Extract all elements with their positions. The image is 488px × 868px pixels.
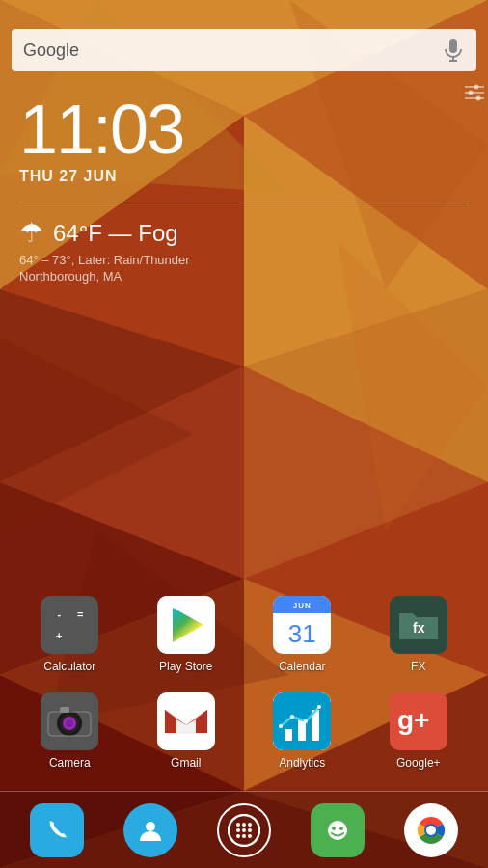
app-fx[interactable]: fx FX	[366, 586, 472, 683]
dock	[0, 791, 488, 868]
weather-location: Northborough, MA	[19, 269, 469, 284]
svg-rect-41	[60, 707, 69, 713]
svg-point-48	[290, 715, 294, 719]
svg-text:g+: g+	[397, 705, 429, 735]
dock-phone[interactable]	[30, 803, 84, 857]
clock-widget: 11:03 THU 27 JUN	[0, 71, 488, 185]
svg-point-58	[248, 823, 252, 827]
app-google-plus-label: Google+	[396, 756, 441, 770]
app-play-store[interactable]: Play Store	[133, 586, 239, 683]
svg-point-49	[304, 719, 308, 723]
settings-sliders-icon[interactable]	[461, 79, 488, 110]
umbrella-icon: ☂	[19, 217, 43, 249]
app-camera[interactable]: Camera	[16, 683, 122, 779]
app-grid: - = + Calculator	[0, 586, 488, 779]
clock-date-num: 27	[59, 168, 78, 184]
svg-point-57	[242, 823, 246, 827]
clock-time: 11:03	[19, 95, 469, 164]
fx-icon: fx	[390, 596, 447, 654]
app-fx-label: FX	[411, 660, 425, 673]
play-store-icon	[157, 596, 215, 654]
svg-point-26	[474, 85, 479, 90]
camera-icon	[41, 692, 98, 750]
svg-point-66	[328, 821, 347, 840]
svg-point-63	[242, 834, 246, 838]
app-google-plus[interactable]: g+ Google+	[366, 683, 472, 779]
dock-apps-drawer[interactable]	[217, 803, 271, 857]
weather-widget: ☂ 64°F — Fog 64° – 73°, Later: Rain/Thun…	[19, 203, 469, 284]
svg-point-47	[279, 724, 283, 728]
svg-rect-22	[449, 39, 457, 53]
google-search-bar[interactable]: Google	[12, 29, 476, 71]
dock-messaging[interactable]	[311, 803, 365, 857]
svg-point-28	[469, 91, 474, 95]
svg-point-30	[476, 96, 481, 101]
clock-month: JUN	[84, 168, 118, 184]
weather-main: ☂ 64°F — Fog	[19, 217, 469, 249]
svg-point-50	[317, 705, 321, 709]
clock-day: THU	[19, 168, 54, 184]
gmail-icon	[157, 692, 215, 750]
status-bar	[0, 0, 488, 23]
svg-rect-44	[285, 729, 292, 741]
app-calendar-label: Calendar	[279, 660, 326, 673]
app-camera-label: Camera	[49, 756, 91, 770]
app-calendar[interactable]: JUN 31 Calendar	[249, 586, 355, 683]
dock-contacts[interactable]	[123, 803, 177, 857]
svg-point-64	[248, 834, 252, 838]
google-plus-icon: g+	[390, 692, 447, 750]
app-analytics-label: Andlytics	[279, 756, 325, 770]
analytics-icon	[273, 692, 331, 750]
svg-text:fx: fx	[413, 620, 425, 636]
calculator-icon: - = +	[41, 596, 98, 654]
google-logo: Google	[23, 41, 442, 61]
clock-date: THU 27 JUN	[19, 168, 469, 185]
svg-point-62	[236, 834, 240, 838]
app-calculator[interactable]: - = + Calculator	[16, 586, 122, 683]
app-gmail-label: Gmail	[171, 756, 201, 770]
svg-point-56	[236, 823, 240, 827]
app-gmail[interactable]: Gmail	[133, 683, 239, 779]
svg-point-54	[146, 822, 155, 831]
weather-range: 64° – 73°, Later: Rain/Thunder	[19, 253, 469, 267]
calendar-icon: JUN 31	[273, 596, 331, 654]
svg-point-67	[332, 827, 336, 830]
dock-chrome[interactable]	[404, 803, 458, 857]
weather-temp: 64°F — Fog	[53, 220, 178, 247]
app-analytics[interactable]: Andlytics	[249, 683, 355, 779]
mic-icon[interactable]	[442, 39, 465, 62]
svg-point-72	[426, 826, 436, 835]
svg-point-59	[236, 828, 240, 832]
svg-point-61	[248, 828, 252, 832]
svg-point-60	[242, 828, 246, 832]
svg-point-39	[66, 719, 73, 727]
svg-point-68	[339, 827, 343, 830]
app-calculator-label: Calculator	[43, 660, 95, 673]
app-play-store-label: Play Store	[159, 660, 212, 673]
